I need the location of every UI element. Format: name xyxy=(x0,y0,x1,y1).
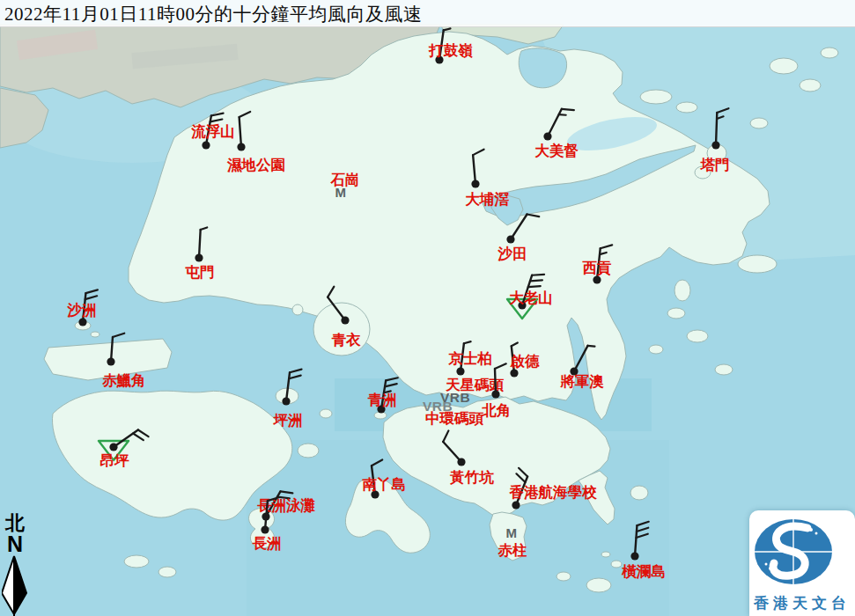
hko-name-zh: 香港天文台 xyxy=(749,593,855,613)
tung-lung-island xyxy=(630,486,648,500)
station-label: 赤鱲角 xyxy=(101,372,146,389)
missing-data-marker: M xyxy=(506,525,518,540)
title-banner: 2022年11月01日11時00分的十分鐘平均風向及風速 xyxy=(0,0,855,27)
hong-kong-map: 打鼓嶺流浮山濕地公園M石崗大美督塔門大埔滘沙田西貢大老山屯門沙洲赤鱲角青衣坪洲青… xyxy=(0,0,855,616)
lung-kwu-chau-island xyxy=(91,332,100,337)
compass-label-zh: 北 xyxy=(2,514,28,533)
station-label: 濕地公園 xyxy=(226,157,285,173)
station-label: 大老山 xyxy=(509,290,553,306)
station-dot xyxy=(78,318,86,326)
station-label: 打鼓嶺 xyxy=(428,42,473,59)
jin-island xyxy=(687,330,708,342)
station-label: 南丫島 xyxy=(362,476,406,493)
high-island xyxy=(738,255,777,273)
station-dot xyxy=(711,141,719,149)
double-haven-island xyxy=(640,90,672,104)
wind-barb-stem xyxy=(199,230,201,258)
station-dot xyxy=(543,132,551,140)
station-label: 將軍澳 xyxy=(559,373,604,390)
kat-o-island xyxy=(770,58,798,74)
station-dot xyxy=(109,443,117,451)
station-dot xyxy=(282,397,290,405)
station-dot xyxy=(512,501,520,509)
ap-chau-island xyxy=(800,79,821,92)
po-toi-island xyxy=(586,578,611,592)
station-dot xyxy=(341,316,349,324)
station-dot xyxy=(107,357,114,365)
station-label: 香港航海學校 xyxy=(509,484,598,501)
station-label: 大埔滘 xyxy=(465,191,509,208)
station-dot xyxy=(471,180,479,187)
station-label: 黃竹坑 xyxy=(449,469,494,486)
station-label: 西貢 xyxy=(582,260,613,276)
station-label: 京士柏 xyxy=(447,350,492,367)
ma-wan-island xyxy=(292,304,303,315)
station-label: 北角 xyxy=(482,402,512,419)
station-dot xyxy=(202,141,210,149)
basalt-island xyxy=(715,364,733,375)
port-shelter-islet xyxy=(667,308,685,319)
station-dot xyxy=(457,458,465,466)
station-label: 橫瀾島 xyxy=(621,563,666,580)
wind-barb-stem xyxy=(716,113,717,145)
hei-ling-chau-island xyxy=(298,444,319,458)
station-label: 屯門 xyxy=(185,264,215,281)
wind-barb-feather xyxy=(562,109,574,110)
compass-label-en: N xyxy=(2,533,28,554)
beaufort-island xyxy=(556,572,571,581)
crooked-island xyxy=(676,102,697,113)
wind-barb-feather xyxy=(528,286,541,287)
waglan-islet-2 xyxy=(601,552,610,557)
wind-barb-feather xyxy=(559,114,566,115)
wind-barb-feather xyxy=(530,280,542,281)
station-label: 大美督 xyxy=(534,143,579,159)
soko-island-2 xyxy=(158,567,176,577)
wind-barb-feather xyxy=(587,346,594,347)
station-label: 啟德 xyxy=(510,353,541,370)
map-title: 2022年11月01日11時00分的十分鐘平均風向及風速 xyxy=(4,2,422,26)
ne-islet xyxy=(821,48,838,58)
station-dot xyxy=(261,525,269,533)
ne-islet-2 xyxy=(750,118,768,128)
station-dot xyxy=(630,552,638,560)
station-label: 沙洲 xyxy=(67,302,97,319)
compass-needle-icon xyxy=(2,554,32,616)
hko-logo-icon xyxy=(749,510,855,591)
station-dot xyxy=(593,275,601,283)
station-label: 青衣 xyxy=(332,332,362,348)
kau-sai-chau-island xyxy=(674,280,690,301)
hko-logo: 香港天文台 HONG KONG OBSERVATORY xyxy=(749,510,855,616)
station-label: 流浮山 xyxy=(190,123,235,140)
wind-map-page: 打鼓嶺流浮山濕地公園M石崗大美督塔門大埔滘沙田西貢大老山屯門沙洲赤鱲角青衣坪洲青… xyxy=(0,0,855,616)
station-label: 石崗 xyxy=(330,172,360,188)
station-label: 中環碼頭 xyxy=(425,410,484,427)
station-label: 青洲 xyxy=(368,392,397,408)
compass-north: 北 N xyxy=(2,514,32,616)
shelter-island xyxy=(649,345,663,354)
station-dot xyxy=(491,390,499,398)
kau-yi-chau-island xyxy=(320,409,332,418)
station-label: 沙田 xyxy=(498,246,527,262)
station-dot xyxy=(456,367,464,375)
station-dot xyxy=(237,143,245,150)
station-label: 長洲 xyxy=(253,535,282,552)
station-label: 昂坪 xyxy=(100,452,130,469)
station-dot xyxy=(506,235,514,243)
station-label: 坪洲 xyxy=(273,412,303,429)
soko-island xyxy=(124,555,149,568)
station-dot xyxy=(195,253,203,261)
waglan-islet xyxy=(611,561,622,568)
wind-barb-feather xyxy=(532,275,544,275)
station-label: 塔門 xyxy=(700,157,730,173)
station-label: 赤柱 xyxy=(498,542,528,559)
station-dot xyxy=(510,369,518,377)
